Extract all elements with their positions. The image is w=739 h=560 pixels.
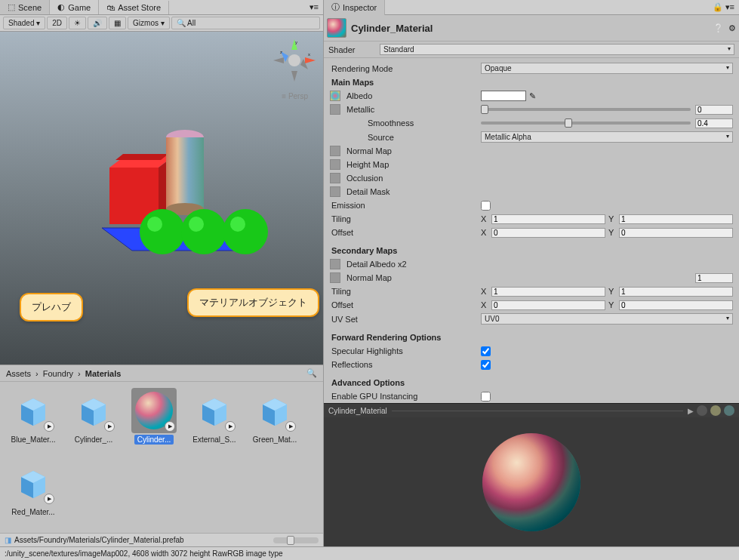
eyedropper-icon[interactable]: ✎ bbox=[529, 91, 536, 101]
height-map-label: Height Map bbox=[345, 160, 496, 169]
audio-icon[interactable]: 🔊 bbox=[88, 17, 107, 29]
asset-label: Cylinder_... bbox=[72, 435, 116, 445]
store-icon: 🛍 bbox=[106, 3, 115, 12]
material-preview-swatch[interactable] bbox=[327, 18, 346, 38]
svg-marker-14 bbox=[115, 154, 168, 160]
smoothness-value[interactable] bbox=[695, 118, 733, 128]
asset-red-material[interactable]: ▶ Red_Mater... bbox=[6, 460, 60, 527]
preview-sphere bbox=[482, 433, 580, 531]
source-label: Source bbox=[330, 133, 481, 142]
shader-dropdown[interactable]: Standard bbox=[380, 44, 734, 55]
asset-external[interactable]: ▶ External_S... bbox=[187, 388, 242, 454]
specular-checkbox[interactable] bbox=[481, 346, 491, 356]
fx-icon[interactable]: ▦ bbox=[109, 17, 126, 29]
lock-icon[interactable]: 🔒 ▾≡ bbox=[708, 0, 739, 14]
sec-normal-value[interactable] bbox=[695, 273, 733, 283]
gpu-instancing-checkbox[interactable] bbox=[481, 392, 491, 402]
tab-menu-icon[interactable]: ▾≡ bbox=[305, 1, 323, 14]
breadcrumb-root[interactable]: Assets bbox=[6, 369, 31, 378]
preview-title: Cylinder_Material bbox=[328, 407, 387, 415]
search-field[interactable]: 🔍 All bbox=[171, 17, 320, 29]
inspector-icon: ⓘ bbox=[331, 2, 340, 13]
svg-marker-4 bbox=[291, 71, 297, 82]
status-text: :/unity_scene/textures/imageMap002, 4608… bbox=[5, 549, 283, 558]
albedo-texture-slot[interactable] bbox=[330, 91, 340, 101]
orientation-gizmo[interactable]: x y z bbox=[272, 38, 317, 83]
toggle-2d[interactable]: 2D bbox=[47, 17, 67, 29]
tab-asset-store[interactable]: 🛍Asset Store bbox=[99, 1, 169, 14]
reflections-checkbox[interactable] bbox=[481, 360, 491, 370]
gizmos-dropdown[interactable]: Gizmos ▾ bbox=[128, 17, 170, 29]
material-header: Cylinder_Material ❔ ⚙ bbox=[324, 15, 739, 42]
normal-texture-slot[interactable] bbox=[330, 146, 340, 156]
sec-tiling-label: Tiling bbox=[330, 287, 481, 296]
svg-rect-16 bbox=[166, 137, 204, 209]
sec-tiling-y[interactable] bbox=[619, 287, 733, 297]
emission-checkbox[interactable] bbox=[481, 201, 491, 211]
uv-set-dropdown[interactable]: UV0 bbox=[481, 313, 733, 325]
tiling-y[interactable] bbox=[619, 214, 733, 224]
asset-path-bar: ◨ Assets/Foundry/Materials/Cylinder_Mate… bbox=[0, 533, 323, 546]
detail-mask-label: Detail Mask bbox=[345, 187, 496, 196]
zoom-slider[interactable] bbox=[273, 537, 319, 543]
x-label: X bbox=[481, 228, 488, 237]
preview-viewport[interactable] bbox=[324, 417, 739, 546]
tab-inspector[interactable]: ⓘInspector bbox=[324, 0, 385, 15]
asset-green-material[interactable]: ▶ Green_Mat... bbox=[248, 388, 302, 454]
rendering-mode-label: Rendering Mode bbox=[330, 64, 481, 73]
sec-tiling-x[interactable] bbox=[491, 287, 605, 297]
rendering-mode-dropdown[interactable]: Opaque bbox=[481, 63, 733, 74]
offset-y[interactable] bbox=[619, 228, 733, 238]
reflections-label: Reflections bbox=[330, 360, 481, 369]
callout-material: マテリアルオブジェクト bbox=[187, 288, 319, 317]
metallic-slider[interactable] bbox=[481, 108, 691, 111]
breadcrumb-materials[interactable]: Materials bbox=[85, 369, 122, 378]
project-browser: Assets › Foundry › Materials 🔍 ▶ Blue_Ma… bbox=[0, 365, 323, 546]
offset-x[interactable] bbox=[491, 228, 605, 238]
shader-label: Shader bbox=[328, 45, 374, 54]
svg-point-22 bbox=[223, 209, 268, 254]
svg-marker-2 bbox=[305, 57, 316, 63]
occlusion-texture-slot[interactable] bbox=[330, 173, 340, 183]
smoothness-slider[interactable] bbox=[481, 122, 691, 125]
breadcrumb-foundry[interactable]: Foundry bbox=[43, 369, 73, 378]
svg-point-0 bbox=[288, 54, 300, 66]
preview-shape-icon[interactable] bbox=[697, 405, 707, 416]
sec-offset-y[interactable] bbox=[619, 300, 733, 310]
source-dropdown[interactable]: Metallic Alpha bbox=[481, 131, 733, 143]
svg-point-18 bbox=[140, 209, 185, 254]
preview-env-icon[interactable] bbox=[724, 405, 734, 416]
metallic-value[interactable] bbox=[695, 105, 733, 115]
tiling-x[interactable] bbox=[491, 214, 605, 224]
asset-label: Red_Mater... bbox=[8, 507, 57, 517]
asset-cylinder-prefab[interactable]: ▶ Cylinder_... bbox=[66, 388, 121, 454]
asset-cylinder-material[interactable]: ▶ Cylinder... bbox=[127, 388, 181, 454]
asset-blue-material[interactable]: ▶ Blue_Mater... bbox=[6, 388, 60, 454]
inspector-tab-label: Inspector bbox=[343, 3, 377, 12]
detail-mask-texture-slot[interactable] bbox=[330, 186, 340, 197]
shaded-dropdown[interactable]: Shaded ▾ bbox=[3, 17, 45, 29]
play-badge-icon: ▶ bbox=[165, 421, 175, 432]
sec-normal-slot[interactable] bbox=[330, 272, 340, 283]
settings-icon[interactable]: ⚙ bbox=[728, 23, 736, 33]
preview-play-icon[interactable]: ▶ bbox=[688, 407, 694, 415]
x-label: X bbox=[481, 300, 488, 309]
height-texture-slot[interactable] bbox=[330, 159, 340, 170]
svg-point-21 bbox=[189, 217, 204, 232]
tab-scene[interactable]: ⬚Scene bbox=[0, 0, 50, 14]
asset-label: Cylinder... bbox=[134, 435, 174, 445]
svg-point-20 bbox=[181, 209, 226, 254]
detail-albedo-slot[interactable] bbox=[330, 259, 340, 269]
tab-game[interactable]: ◐Game bbox=[50, 0, 99, 14]
x-label: X bbox=[481, 214, 488, 223]
search-icon[interactable]: 🔍 bbox=[306, 368, 317, 378]
light-icon[interactable]: ☀ bbox=[69, 17, 86, 29]
sec-offset-label: Offset bbox=[330, 300, 481, 309]
preview-light-icon[interactable] bbox=[710, 405, 721, 416]
metallic-texture-slot[interactable] bbox=[330, 104, 340, 115]
albedo-label: Albedo bbox=[345, 91, 481, 100]
svg-point-23 bbox=[230, 217, 245, 232]
help-icon[interactable]: ❔ bbox=[713, 23, 724, 33]
albedo-color[interactable] bbox=[481, 91, 526, 101]
sec-offset-x[interactable] bbox=[491, 300, 605, 310]
